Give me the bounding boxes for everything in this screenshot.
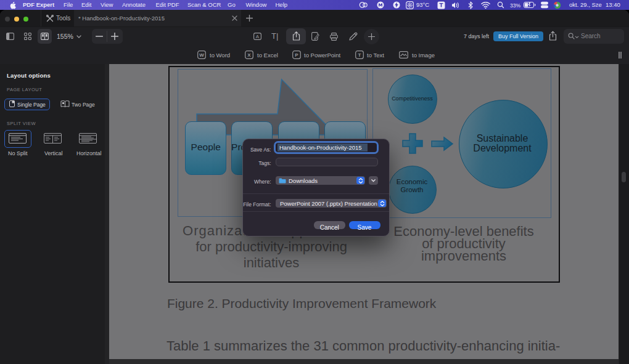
svg-text:X: X	[247, 52, 251, 58]
svg-text:A: A	[256, 34, 260, 39]
svg-text:P: P	[295, 52, 298, 58]
svg-text:T: T	[358, 52, 361, 58]
svg-text:W: W	[199, 52, 204, 58]
